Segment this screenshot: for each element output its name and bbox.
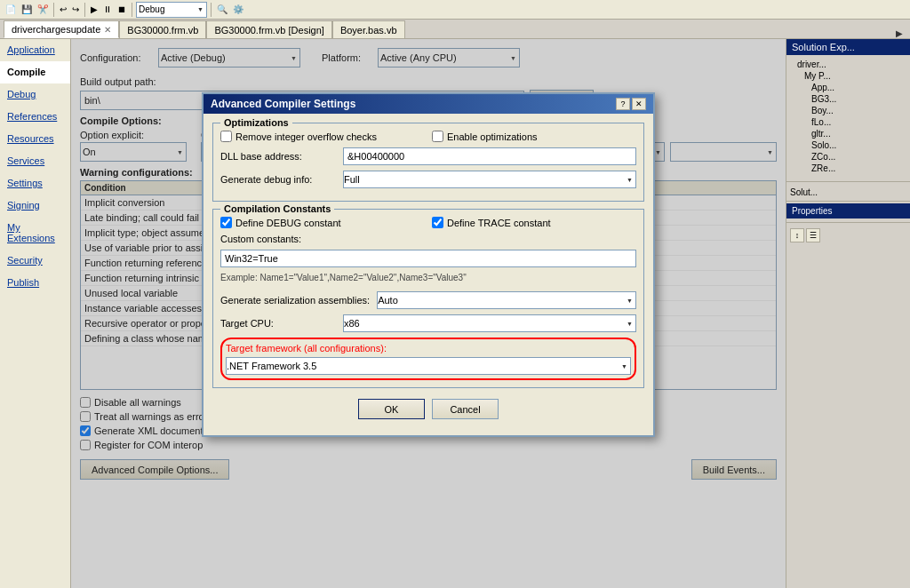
tab-boyer[interactable]: Boyer.bas.vb <box>332 20 405 38</box>
target-cpu-label: Target CPU: <box>220 318 336 329</box>
dialog-title-text: Advanced Compiler Settings <box>211 98 355 110</box>
tab-label-2: BG30000.frm.vb [Design] <box>214 25 324 36</box>
target-framework-section: Target framework (all configurations): .… <box>220 338 636 380</box>
cancel-button[interactable]: Cancel <box>432 399 499 419</box>
sidebar-item-application[interactable]: Application <box>0 39 70 61</box>
serialization-label: Generate serialization assemblies: <box>220 295 370 306</box>
right-panel: Solution Exp... driver... My P... App...… <box>786 39 910 588</box>
sidebar-item-publish[interactable]: Publish <box>0 272 70 294</box>
toolbar-icon-4[interactable]: ↩ <box>58 4 68 14</box>
sidebar-item-resources[interactable]: Resources <box>0 128 70 150</box>
optimizations-section: Optimizations Remove integer overflow ch… <box>212 123 644 202</box>
tab-right-arrow[interactable]: ▶ <box>892 28 906 38</box>
props-sort-btn[interactable]: ↕ <box>790 228 804 242</box>
target-cpu-select[interactable]: x86 <box>343 314 636 332</box>
sidebar-item-references[interactable]: References <box>0 106 70 128</box>
remove-overflow-wrapper: Remove integer overflow checks <box>220 131 425 142</box>
dll-base-row: DLL base address: <box>220 147 636 165</box>
target-cpu-wrapper: x86 <box>343 314 636 332</box>
sidebar-item-compile[interactable]: Compile <box>0 61 70 83</box>
remove-overflow-checkbox[interactable] <box>220 131 232 142</box>
dll-base-label: DLL base address: <box>220 151 336 162</box>
generate-debug-label: Generate debug info: <box>220 174 336 185</box>
toolbar-icon-2[interactable]: 💾 <box>20 4 34 14</box>
toolbar-icon-10[interactable]: ⚙️ <box>231 4 245 14</box>
custom-constants-input[interactable] <box>220 250 636 267</box>
tab-bg30000-frm[interactable]: BG30000.frm.vb <box>119 20 206 38</box>
dialog-help-button[interactable]: ? <box>616 98 630 110</box>
tree-item-7[interactable]: Solo... <box>790 139 906 151</box>
dialog-body: Optimizations Remove integer overflow ch… <box>204 114 653 435</box>
sidebar-item-services[interactable]: Services <box>0 150 70 172</box>
properties-toolbar: ↕ ☰ <box>790 226 906 244</box>
define-trace-checkbox[interactable] <box>432 217 443 228</box>
tree-item-8[interactable]: ZCo... <box>790 151 906 163</box>
toolbar-icon-7[interactable]: ⏸ <box>101 4 114 14</box>
advanced-compiler-dialog: Advanced Compiler Settings ? ✕ Optimizat… <box>202 92 655 437</box>
toolbar-icon-1[interactable]: 📄 <box>4 4 18 14</box>
tree-item-4[interactable]: Boy... <box>790 105 906 116</box>
generate-debug-wrapper: Full <box>343 171 636 188</box>
toolbar-sep-4 <box>211 3 212 17</box>
sidebar-item-my-extensions[interactable]: My Extensions <box>0 217 70 250</box>
tab-bg30000-design[interactable]: BG30000.frm.vb [Design] <box>206 20 332 38</box>
tab-label-3: Boyer.bas.vb <box>340 25 397 36</box>
define-debug-checkbox[interactable] <box>220 217 232 228</box>
sidebar-item-security[interactable]: Security <box>0 250 70 272</box>
toolbar-icon-8[interactable]: ⏹ <box>116 4 128 14</box>
tree-item-2[interactable]: App... <box>790 82 906 93</box>
optimizations-title: Optimizations <box>220 117 292 128</box>
properties-header: Properties <box>786 203 910 219</box>
generate-debug-select[interactable]: Full <box>343 171 636 188</box>
tabs-bar: driverchargesupdate ✕ BG30000.frm.vb BG3… <box>0 20 910 39</box>
dialog-close-button[interactable]: ✕ <box>632 98 646 110</box>
generate-debug-row: Generate debug info: Full <box>220 171 636 188</box>
sidebar-item-settings[interactable]: Settings <box>0 172 70 195</box>
tree-item-5[interactable]: fLo... <box>790 116 906 128</box>
dialog-title-buttons: ? ✕ <box>616 98 646 110</box>
compilation-constants-title: Compilation Constants <box>220 203 334 214</box>
toolbar-icon-5[interactable]: ↪ <box>70 4 81 14</box>
sidebar: Application Compile Debug References Res… <box>0 39 71 588</box>
right-panel-divider <box>786 181 910 182</box>
tree-item-6[interactable]: gltr... <box>790 128 906 139</box>
define-debug-wrapper: Define DEBUG constant <box>220 217 425 228</box>
enable-opt-checkbox[interactable] <box>432 131 443 142</box>
properties-panel: ↕ ☰ <box>786 222 910 248</box>
dll-base-input[interactable] <box>343 147 636 165</box>
tree-item-1[interactable]: My P... <box>790 70 906 82</box>
ok-button[interactable]: OK <box>358 399 425 419</box>
sidebar-item-signing[interactable]: Signing <box>0 195 70 217</box>
dialog-buttons: OK Cancel <box>212 395 644 426</box>
tree-item-0[interactable]: driver... <box>790 59 906 70</box>
main-layout: Application Compile Debug References Res… <box>0 39 910 588</box>
tree-item-3[interactable]: BG3... <box>790 93 906 105</box>
debug-mode-select[interactable]: Debug <box>136 2 207 18</box>
target-framework-select[interactable]: .NET Framework 3.5 <box>226 357 631 375</box>
toolbar-icon-9[interactable]: 🔍 <box>215 4 229 14</box>
toolbar: 📄 💾 ✂️ ↩ ↪ ▶ ⏸ ⏹ Debug 🔍 ⚙️ <box>0 0 910 20</box>
target-cpu-row: Target CPU: x86 <box>220 314 636 332</box>
debug-mode-wrapper: Debug <box>136 2 207 18</box>
props-category-btn[interactable]: ☰ <box>806 228 820 242</box>
dialog-overlay: Advanced Compiler Settings ? ✕ Optimizat… <box>71 39 786 588</box>
solution-label: Solut... <box>790 187 818 197</box>
tab-driverchargesupdate[interactable]: driverchargesupdate ✕ <box>4 20 119 38</box>
solution-explorer-tree: driver... My P... App... BG3... Boy... f… <box>786 55 910 178</box>
toolbar-icon-6[interactable]: ▶ <box>89 4 100 14</box>
example-text: Example: Name1="Value1",Name2="Value2",N… <box>220 273 636 286</box>
serialization-select[interactable]: Auto <box>377 291 636 309</box>
serialization-row: Generate serialization assemblies: Auto <box>220 291 636 309</box>
tab-close-0[interactable]: ✕ <box>104 25 111 35</box>
serialization-wrapper: Auto <box>377 291 636 309</box>
toolbar-sep-2 <box>84 3 85 17</box>
remove-overflow-label: Remove integer overflow checks <box>235 131 377 142</box>
define-checkboxes: Define DEBUG constant Define TRACE const… <box>220 217 636 228</box>
sidebar-item-debug[interactable]: Debug <box>0 83 70 106</box>
toolbar-icon-3[interactable]: ✂️ <box>36 4 50 14</box>
tree-item-9[interactable]: ZRe... <box>790 163 906 174</box>
custom-constants-row: Custom constants: <box>220 234 636 244</box>
enable-opt-wrapper: Enable optimizations <box>432 131 636 142</box>
toolbar-sep-3 <box>132 3 132 17</box>
target-framework-wrapper: .NET Framework 3.5 <box>226 357 631 375</box>
